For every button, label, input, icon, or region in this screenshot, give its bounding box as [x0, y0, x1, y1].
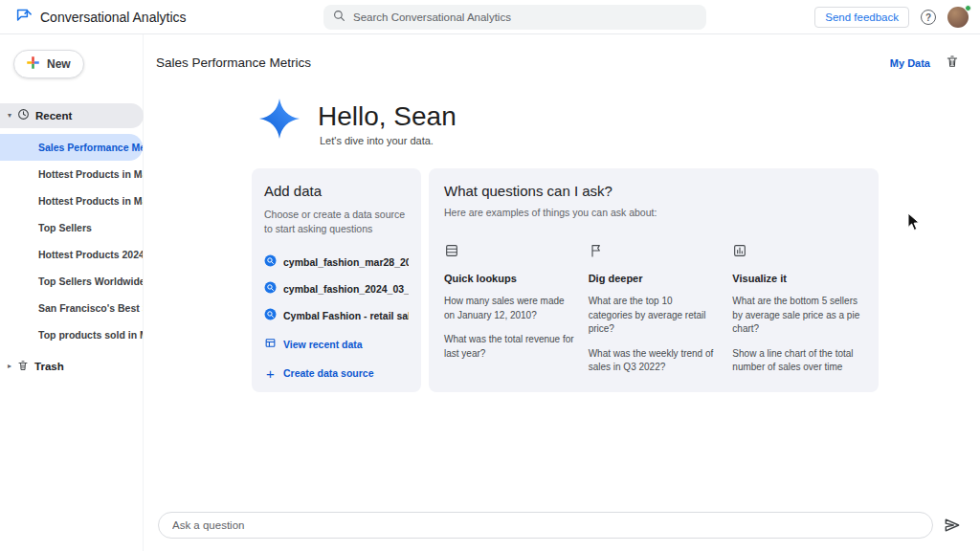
view-recent-data-label: View recent data	[283, 339, 363, 350]
send-button[interactable]	[943, 516, 962, 535]
view-recent-data-link[interactable]: View recent data	[264, 331, 409, 358]
question-example[interactable]: What are the bottom 5 sellers by average…	[732, 295, 863, 337]
question-example[interactable]: How many sales were made on January 12, …	[444, 295, 575, 322]
sidebar-item[interactable]: Hottest Products 2024-...	[0, 241, 143, 268]
question-example[interactable]: What was the total revenue for last year…	[444, 333, 575, 361]
question-column-title: Dig deeper	[589, 273, 720, 284]
search-input[interactable]	[353, 11, 697, 23]
trash-label: Trash	[34, 361, 64, 372]
data-source-label: cymbal_fashion_mar28_2024...	[283, 256, 409, 268]
data-source-icon	[264, 253, 277, 271]
gemini-spark-icon	[258, 98, 301, 143]
question-example[interactable]: What are the top 10 categories by averag…	[589, 295, 720, 337]
sidebar-item[interactable]: Sales Performance Met...	[0, 134, 143, 161]
multicolor-plus-icon	[26, 55, 40, 73]
search-icon	[333, 9, 345, 26]
greeting-subtitle: Let's dive into your data.	[320, 135, 434, 146]
sidebar-item[interactable]: Hottest Products in Mar...	[0, 161, 143, 187]
sidebar-item[interactable]: San Francisco's Best Se...	[0, 295, 143, 321]
question-column-quick-lookups: Quick lookups How many sales were made o…	[444, 243, 575, 375]
sidebar-item-trash[interactable]: ▸ Trash	[0, 354, 143, 379]
header-actions: Send feedback ?	[814, 0, 969, 34]
question-column-visualize-it: Visualize it What are the bottom 5 selle…	[732, 243, 863, 375]
add-data-description: Choose or create a data source to start …	[264, 208, 409, 236]
sidebar-item[interactable]: Hottest Products in Mar...	[0, 187, 143, 214]
avatar[interactable]	[947, 7, 969, 28]
recent-items-list: Sales Performance Met... Hottest Product…	[0, 134, 143, 348]
question-column-title: Visualize it	[732, 273, 863, 284]
bar-chart-icon	[732, 245, 747, 261]
app-title: Conversational Analytics	[40, 10, 187, 25]
create-data-source-link[interactable]: + Create data source	[264, 360, 409, 386]
main-content: Sales Performance Metrics My Data Hello,…	[144, 34, 980, 551]
question-example[interactable]: What was the weekly trend of sales in Q3…	[589, 347, 720, 375]
app-logo-icon	[15, 7, 33, 28]
app-header: Conversational Analytics Send feedback ?	[0, 0, 980, 34]
question-example[interactable]: Show a line chart of the total number of…	[732, 347, 863, 375]
new-button-label: New	[47, 57, 71, 71]
data-source-item[interactable]: Cymbal Fashion - retail sales ...	[264, 302, 409, 329]
chevron-down-icon: ▾	[8, 112, 11, 120]
questions-card-title: What questions can I ask?	[444, 183, 863, 199]
flag-icon	[589, 245, 604, 261]
table-rows-icon	[444, 245, 459, 261]
recent-section-label: Recent	[35, 110, 72, 121]
data-source-icon	[264, 307, 277, 324]
send-feedback-button[interactable]: Send feedback	[814, 7, 909, 28]
cards-row: Add data Choose or create a data source …	[252, 168, 879, 392]
my-data-link[interactable]: My Data	[890, 57, 930, 69]
presence-dot	[965, 5, 971, 11]
sidebar-item[interactable]: Top products sold in Ma...	[0, 321, 143, 348]
page-title: Sales Performance Metrics	[156, 55, 311, 70]
create-data-source-label: Create data source	[283, 367, 374, 379]
question-composer	[158, 512, 962, 539]
global-search[interactable]	[323, 5, 706, 30]
ask-question-input[interactable]	[158, 512, 933, 539]
add-data-title: Add data	[264, 183, 409, 199]
add-data-card: Add data Choose or create a data source …	[252, 168, 421, 392]
greeting-title: Hello, Sean	[318, 101, 457, 132]
recent-section-header[interactable]: ▾ Recent	[0, 103, 144, 128]
delete-conversation-icon[interactable]	[946, 55, 959, 72]
help-icon[interactable]: ?	[921, 10, 936, 25]
table-grid-icon	[264, 336, 277, 353]
question-columns: Quick lookups How many sales were made o…	[444, 243, 863, 375]
questions-card-subtitle: Here are examples of things you can ask …	[444, 207, 863, 218]
question-column-title: Quick lookups	[444, 273, 575, 284]
question-column-dig-deeper: Dig deeper What are the top 10 categorie…	[589, 243, 720, 375]
data-source-list: cymbal_fashion_mar28_2024... cymbal_fash…	[264, 249, 409, 329]
questions-card: What questions can I ask? Here are examp…	[429, 168, 879, 392]
clock-icon	[17, 107, 30, 124]
chevron-right-icon: ▸	[8, 363, 11, 370]
app-window: Conversational Analytics Send feedback ?	[0, 0, 980, 551]
data-source-label: cymbal_fashion_2024_03_28	[283, 283, 409, 295]
data-source-item[interactable]: cymbal_fashion_2024_03_28	[264, 276, 409, 302]
data-source-item[interactable]: cymbal_fashion_mar28_2024...	[264, 249, 409, 276]
new-button[interactable]: New	[13, 50, 84, 78]
data-source-label: Cymbal Fashion - retail sales ...	[283, 310, 409, 321]
header-brand: Conversational Analytics	[0, 7, 187, 28]
sidebar-item[interactable]: Top Sellers Worldwide	[0, 268, 143, 295]
data-source-icon	[264, 280, 277, 298]
plus-icon: +	[264, 366, 277, 381]
sidebar-item[interactable]: Top Sellers	[0, 214, 143, 241]
trash-icon	[17, 358, 29, 375]
sidebar: New ▾ Recent Sales Performance Met... Ho…	[0, 34, 144, 551]
